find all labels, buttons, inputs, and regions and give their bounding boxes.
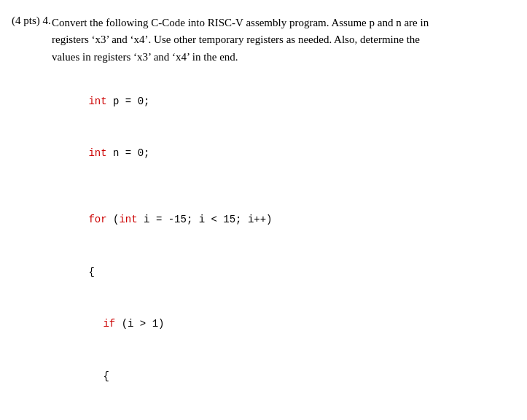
code-keyword-int2: int <box>88 147 106 159</box>
code-line-3: for (int i = -15; i < 15; i++) <box>52 195 515 246</box>
question-line2: registers ‘x3’ and ‘x4’. Use other tempo… <box>52 31 429 48</box>
question-number: (4 pts) 4. <box>12 15 52 27</box>
code-keyword-for: for <box>88 214 106 225</box>
question-header: (4 pts) 4. Convert the following C-Code … <box>12 15 515 66</box>
question-num: 4. <box>43 15 51 26</box>
code-open-brace-outer: { <box>88 266 94 278</box>
code-keyword-if: if <box>103 318 115 330</box>
code-p-decl: p = 0; <box>107 96 150 107</box>
points-label: (4 pts) <box>12 15 40 26</box>
code-line-4: { <box>52 246 515 298</box>
code-open-brace-if: { <box>103 370 109 382</box>
question-block: (4 pts) 4. Convert the following C-Code … <box>12 9 515 420</box>
code-line-2: int n = 0; <box>52 128 515 179</box>
code-line-1: int p = 0; <box>52 76 515 128</box>
spacer1 <box>52 180 515 187</box>
question-line3: values in registers ‘x3’ and ‘x4’ in the… <box>52 49 429 66</box>
spacer2 <box>52 187 515 195</box>
code-line-5: if (i > 1) <box>66 298 515 350</box>
code-n-decl: n = 0; <box>107 147 150 159</box>
code-keyword-int3: int <box>119 214 137 225</box>
code-for-rest: i = -15; i < 15; i++) <box>138 214 273 225</box>
code-section: int p = 0; int n = 0; for (int i = -15; … <box>52 76 515 420</box>
code-for-header: ( <box>107 214 120 225</box>
code-if-condition: (i > 1) <box>115 318 164 330</box>
question-text: Convert the following C-Code into RISC-V… <box>52 15 429 66</box>
code-line-7: p = p + i; <box>81 402 515 420</box>
question-line1: Convert the following C-Code into RISC-V… <box>52 15 429 31</box>
code-line-6: { <box>66 351 515 402</box>
code-keyword-int1: int <box>88 96 106 107</box>
